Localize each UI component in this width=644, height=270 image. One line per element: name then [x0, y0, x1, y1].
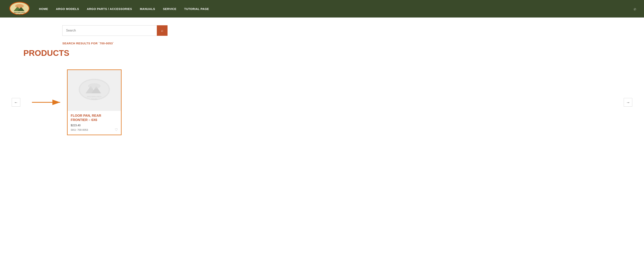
svg-text:WESTERN ARGO: WESTERN ARGO — [14, 12, 25, 13]
svg-text:SALES: SALES — [17, 14, 22, 15]
products-heading: PRODUCTS — [24, 48, 632, 58]
product-title: FLOOR PAN, REAR FRONTIER – 6X6 — [71, 114, 118, 122]
header-search-icon[interactable]: ⌕ — [634, 6, 636, 11]
product-arrow — [32, 97, 63, 108]
carousel-next-button[interactable]: → — [624, 98, 632, 107]
carousel-prev-button[interactable]: ← — [12, 98, 20, 107]
site-logo[interactable]: WESTERN ARGO SALES — [8, 1, 31, 16]
nav-item-service[interactable]: SERVICE — [163, 7, 176, 10]
main-nav: HOME ARGO MODELS ARGO PARTS / ACCESSORIE… — [39, 7, 634, 10]
search-input[interactable] — [62, 25, 157, 36]
nav-item-argo-models[interactable]: ARGO MODELS — [56, 7, 79, 10]
product-price: $223.40 — [71, 124, 118, 127]
product-sku: SKU: 700-0053 — [71, 128, 88, 131]
product-card[interactable]: WESTERN ARGO SALES FLOOR PAN, REAR FRONT… — [67, 69, 122, 135]
site-header: WESTERN ARGO SALES HOME ARGO MODELS ARGO… — [0, 0, 644, 17]
svg-point-14 — [88, 83, 100, 89]
nav-item-tutorial[interactable]: TUTORIAL PAGE — [184, 7, 209, 10]
chevron-right-icon: → — [626, 100, 630, 105]
search-results-label: SEARCH RESULTS FOR `700-0053` — [62, 42, 632, 45]
svg-text:SALES: SALES — [91, 98, 97, 100]
main-content: ⌕ SEARCH RESULTS FOR `700-0053` PRODUCTS… — [0, 17, 644, 147]
product-carousel: ← — [12, 66, 632, 139]
nav-item-argo-parts[interactable]: ARGO PARTS / ACCESSORIES — [87, 7, 132, 10]
svg-point-5 — [15, 4, 24, 8]
wishlist-icon[interactable]: ♡ — [115, 128, 118, 132]
product-info: FLOOR PAN, REAR FRONTIER – 6X6 $223.40 S… — [68, 111, 121, 135]
nav-item-home[interactable]: HOME — [39, 7, 48, 10]
search-button[interactable]: ⌕ — [157, 25, 168, 36]
product-image: WESTERN ARGO SALES — [68, 70, 121, 111]
nav-item-manuals[interactable]: MANUALS — [140, 7, 155, 10]
svg-text:WESTERN ARGO: WESTERN ARGO — [87, 96, 102, 98]
search-bar: ⌕ — [62, 25, 168, 36]
product-sku-row: SKU: 700-0053 ♡ — [71, 128, 118, 132]
search-button-icon: ⌕ — [161, 29, 163, 33]
chevron-left-icon: ← — [14, 100, 18, 105]
